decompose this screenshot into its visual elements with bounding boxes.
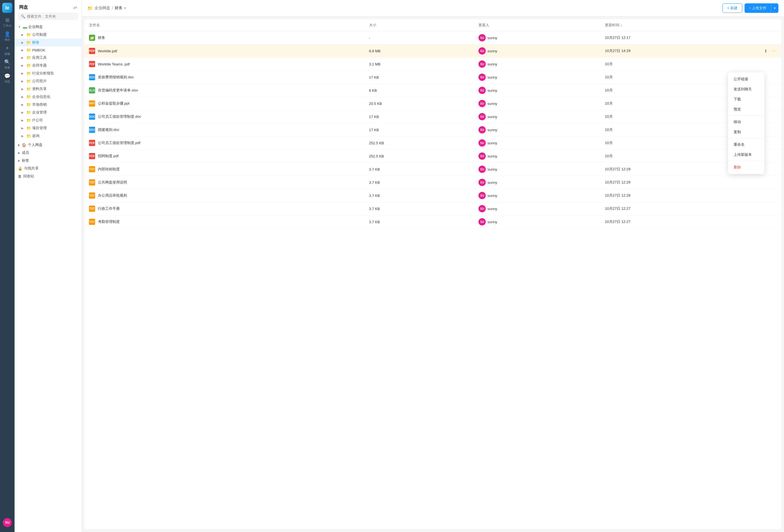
context-menu-item-move[interactable]: 移动	[728, 117, 764, 127]
table-row[interactable]: PPT 公积金提取步骤.ppt 20.5 KB SU sunny 10月 ···	[84, 97, 781, 110]
more-button[interactable]: ···	[763, 179, 768, 185]
more-button[interactable]: ···	[771, 48, 777, 54]
table-row[interactable]: TXT 行政工作手册 3.7 KB SU sunny 10月27日 12:27 …	[84, 202, 781, 215]
file-size: 3.7 KB	[365, 215, 474, 229]
download-button[interactable]: ⬇	[763, 48, 768, 54]
table-row[interactable]: XLS 存货编码变更申请单.xlsx 6 KB SU sunny 10月 ···	[84, 84, 781, 97]
nav-new[interactable]: + 新建	[1, 44, 13, 57]
context-menu-item-download[interactable]: 下载	[728, 94, 764, 104]
table-row[interactable]: DOC 差旅费用报销规则.doc 17 KB SU sunny 10月 ···	[84, 71, 781, 84]
table-row[interactable]: TXT 公共网盘使用说明 3.7 KB SU sunny 10月27日 12:2…	[84, 176, 781, 189]
table-row[interactable]: PDF Worktile.pdf 8.9 MB SU sunny 10月27日 …	[84, 45, 781, 58]
sidebar-trash-label: 回收站	[23, 174, 34, 179]
more-button[interactable]: ···	[763, 61, 768, 67]
sidebar-item-industry[interactable]: ▶ 📁 行业分析报告	[15, 69, 81, 77]
search-nav-icon: 🔍	[4, 59, 10, 65]
sidebar-item-sharing[interactable]: ▶ 📁 资料共享	[15, 85, 81, 93]
folder-icon-orange6: 📁	[26, 126, 31, 130]
file-icon-doc: DOC	[89, 127, 95, 133]
nav-project[interactable]: 👤 项目	[1, 30, 13, 42]
upload-more-button[interactable]: ▾	[771, 3, 778, 13]
nav-new-label: 新建	[4, 52, 10, 56]
sidebar-personal-drive[interactable]: ▶ 🏠 个人网盘	[15, 141, 81, 149]
file-name: 公积金提取步骤.ppt	[98, 101, 130, 106]
sidebar-item-marketing[interactable]: ▶ 📁 市场营销	[15, 101, 81, 109]
table-row[interactable]: DOC 团建规则.doc 17 KB SU sunny 10月 ···	[84, 123, 781, 137]
table-row[interactable]: PDF 公司员工借款管理制度.pdf 252.5 KB SU sunny 10月…	[84, 137, 781, 150]
context-menu-item-delete[interactable]: 删除	[728, 162, 764, 172]
more-button[interactable]: ···	[763, 193, 768, 199]
sidebar-item-pmbok[interactable]: ▶ 📁 PMBOK	[15, 47, 81, 54]
sidebar-item-photos[interactable]: ▶ 📁 公司照片	[15, 77, 81, 85]
sidebar-item-pmbok-label: PMBOK	[32, 48, 78, 52]
table-row[interactable]: DOC 公司员工借款管理制度.doc 17 KB SU sunny 10月 ··…	[84, 110, 781, 123]
upload-button[interactable]: ↑ 上传文件	[745, 3, 771, 13]
updater-avatar: SU	[478, 192, 486, 199]
file-size: 8.9 MB	[365, 45, 474, 58]
table-row[interactable]: TXT 内部转岗制度 3.7 KB SU sunny 10月27日 12:29 …	[84, 163, 781, 176]
file-icon-txt: TXT	[89, 166, 95, 172]
file-icon-doc: DOC	[89, 74, 95, 80]
breadcrumb-current: 财务	[115, 6, 122, 11]
new-button[interactable]: + 新建	[723, 3, 742, 13]
sidebar-tags[interactable]: ▶ 标签	[15, 157, 81, 165]
sidebar-item-it-company[interactable]: ▶ 📁 IT公司	[15, 116, 81, 124]
table-row[interactable]: PDF Worktile Teams .pdf 3.1 MB SU sunny …	[84, 58, 781, 71]
updater-name: sunny	[487, 180, 497, 185]
context-menu-item-preview[interactable]: 预览	[728, 104, 764, 114]
context-menu-divider	[728, 138, 764, 139]
more-button[interactable]: ···	[763, 35, 768, 41]
sidebar-item-consulting[interactable]: ▶ 📁 咨询	[15, 132, 81, 140]
more-button[interactable]: ···	[763, 219, 768, 225]
file-list: 文件名 大小 更新人 更新时间 ↓ 📁 财务 - SU sunny	[84, 19, 781, 529]
breadcrumb-folder-icon: 📁	[87, 6, 93, 11]
nav-workspace[interactable]: ⊞ 工作台	[1, 16, 13, 29]
breadcrumb-root[interactable]: 企业网盘	[94, 6, 110, 11]
updater-name: sunny	[487, 167, 497, 172]
search-box[interactable]: 🔍	[18, 12, 78, 20]
folder-icon-green3: 📁	[26, 118, 31, 122]
updater-avatar: SU	[478, 73, 486, 81]
context-menu-item-upload-new-version[interactable]: 上传新版本	[728, 150, 764, 160]
file-table-body: 📁 财务 - SU sunny 10月27日 12:17 ··· PDF	[84, 31, 781, 229]
col-size: 大小	[365, 19, 474, 31]
context-menu-item-send-chat[interactable]: 发送到聊天	[728, 84, 764, 94]
shared-icon: 🔒	[18, 167, 22, 171]
table-row[interactable]: 📁 财务 - SU sunny 10月27日 12:17 ···	[84, 31, 781, 45]
expand-icon: ▼	[18, 25, 22, 29]
context-menu-item-copy[interactable]: 复制	[728, 127, 764, 137]
updater-avatar: SU	[478, 205, 486, 212]
sidebar-item-contracts[interactable]: ▶ 📁 合同专题	[15, 62, 81, 69]
file-updater-cell: SU sunny	[478, 113, 596, 120]
table-row[interactable]: TXT 办公用品审批规则 3.7 KB SU sunny 10月27日 12:2…	[84, 189, 781, 202]
context-menu-item-rename[interactable]: 重命名	[728, 140, 764, 150]
sidebar-item-management[interactable]: ▶ 📁 企业管理	[15, 109, 81, 116]
nav-message[interactable]: 💬 消息	[1, 72, 13, 85]
expand-icon: ▶	[21, 80, 25, 83]
toolbar: 📁 企业网盘 / 财务 ▾ + 新建 ↑ 上传文件 ▾	[82, 0, 784, 17]
sidebar-members[interactable]: ▶ 成员	[15, 149, 81, 157]
sidebar-item-enterprise-drive[interactable]: ▼ ▬ 企业网盘	[15, 23, 81, 31]
nav-search[interactable]: 🔍 搜索	[1, 58, 13, 70]
breadcrumb-dropdown-icon[interactable]: ▾	[124, 6, 126, 10]
user-avatar[interactable]: SU	[3, 518, 12, 527]
table-row[interactable]: PDF 招聘制度.pdf 252.5 KB SU sunny 10月 ···	[84, 150, 781, 163]
personal-drive-icon: 🏠	[22, 143, 26, 147]
file-updater-cell: SU sunny	[478, 126, 596, 134]
sidebar-trash[interactable]: 🗑 回收站	[15, 172, 81, 180]
sidebar-collapse-button[interactable]: ⇄	[73, 5, 77, 10]
more-button[interactable]: ···	[763, 206, 768, 212]
sidebar-item-company-policy[interactable]: ▶ 📁 公司制度	[15, 31, 81, 38]
sidebar-shared[interactable]: 🔒 与我共享	[15, 165, 81, 172]
context-menu-item-public-link[interactable]: 公开链接	[728, 74, 764, 84]
sidebar-item-finance[interactable]: ▶ 📁 财务	[15, 38, 81, 47]
col-name: 文件名	[84, 19, 365, 31]
file-size: 3.7 KB	[365, 202, 474, 215]
sidebar-item-it-enterprise[interactable]: ▶ 📁 企业信息化	[15, 93, 81, 101]
sidebar-item-project-management[interactable]: ▶ 📁 项目管理	[15, 124, 81, 132]
sidebar-item-tools[interactable]: ▶ 📁 应用工具	[15, 54, 81, 62]
file-size: 6 KB	[365, 84, 474, 97]
expand-tags-icon: ▶	[18, 159, 20, 162]
table-row[interactable]: TXT 考勤管理制度 3.7 KB SU sunny 10月27日 12:27 …	[84, 215, 781, 229]
search-input[interactable]	[27, 14, 75, 19]
